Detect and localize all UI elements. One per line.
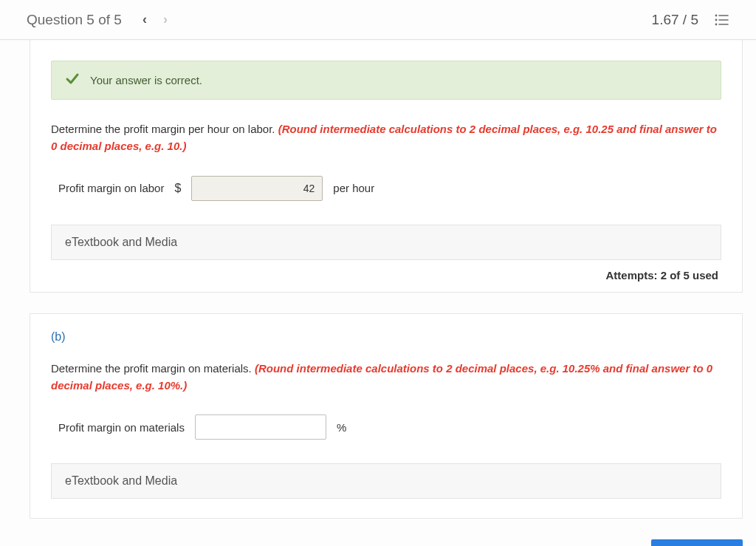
question-part-b: (b) Determine the profit margin on mater… — [30, 313, 743, 519]
bottom-action-strip — [30, 539, 743, 546]
submit-button[interactable] — [651, 539, 743, 546]
etextbook-media-button-b[interactable]: eTextbook and Media — [51, 463, 721, 499]
question-part-a: Your answer is correct. Determine the pr… — [30, 40, 743, 293]
unit-label-b: % — [337, 421, 346, 434]
part-b-label: (b) — [51, 330, 721, 344]
svg-point-2 — [715, 19, 716, 20]
prompt-plain-b: Determine the profit margin on materials… — [51, 362, 255, 375]
question-label: Question 5 of 5 — [27, 12, 122, 28]
svg-point-0 — [715, 15, 716, 16]
unit-label-a: per hour — [333, 182, 374, 194]
profit-margin-labor-input[interactable] — [191, 176, 323, 201]
currency-symbol: $ — [174, 182, 181, 195]
part-a-prompt: Determine the profit margin per hour on … — [51, 120, 721, 155]
etextbook-media-button-a[interactable]: eTextbook and Media — [51, 225, 721, 260]
next-question-button[interactable]: › — [160, 10, 171, 29]
checkmark-icon — [65, 72, 80, 89]
correct-answer-alert: Your answer is correct. — [51, 61, 721, 100]
nav-arrows: ‹ › — [140, 10, 171, 29]
answer-row-b: Profit margin on materials % — [58, 414, 721, 440]
svg-point-4 — [715, 24, 716, 24]
alert-message: Your answer is correct. — [90, 74, 202, 86]
score-display: 1.67 / 5 — [652, 12, 698, 28]
part-b-prompt: Determine the profit margin on materials… — [51, 360, 721, 395]
attempts-used: Attempts: 2 of 5 used — [51, 269, 718, 281]
field-label-a: Profit margin on labor — [58, 182, 164, 194]
prompt-plain-a: Determine the profit margin per hour on … — [51, 123, 278, 135]
question-list-icon[interactable] — [715, 13, 729, 27]
field-label-b: Profit margin on materials — [58, 421, 185, 434]
answer-row-a: Profit margin on labor $ per hour — [58, 176, 721, 201]
profit-margin-materials-input[interactable] — [195, 414, 326, 440]
top-bar: Question 5 of 5 ‹ › 1.67 / 5 — [0, 0, 756, 40]
prev-question-button[interactable]: ‹ — [140, 10, 150, 29]
